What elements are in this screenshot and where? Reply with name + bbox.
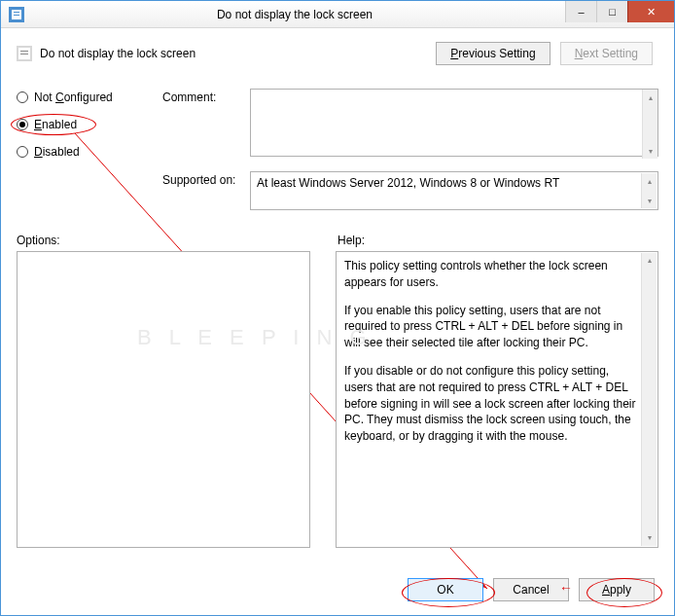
next-setting-button[interactable]: Next Setting: [560, 42, 653, 65]
supported-label: Supported on:: [162, 171, 250, 210]
app-icon: [9, 7, 24, 22]
svg-rect-9: [20, 54, 28, 54]
help-label: Help:: [338, 234, 658, 247]
comment-scrollbar[interactable]: ▴▾: [642, 90, 657, 159]
help-paragraph: This policy setting controls whether the…: [344, 258, 638, 291]
help-paragraph: If you enable this policy setting, users…: [344, 303, 638, 351]
window-title: Do not display the lock screen: [24, 8, 565, 21]
help-pane: This policy setting controls whether the…: [336, 251, 658, 548]
radio-disabled[interactable]: Disabled: [17, 145, 162, 159]
state-radios: Not Configured Enabled Disabled: [17, 89, 162, 222]
radio-enabled[interactable]: Enabled: [17, 118, 162, 131]
radio-not-configured[interactable]: Not Configured: [17, 91, 162, 104]
help-scrollbar[interactable]: ▴▾: [641, 253, 657, 546]
comment-textarea[interactable]: [250, 89, 658, 157]
ok-button[interactable]: OK: [408, 578, 483, 601]
minimize-button[interactable]: –: [565, 1, 596, 22]
supported-scrollbar[interactable]: ▴▾: [641, 173, 657, 208]
maximize-button[interactable]: □: [596, 1, 627, 22]
supported-on-text: At least Windows Server 2012, Windows 8 …: [250, 171, 658, 210]
svg-rect-3: [14, 15, 19, 16]
comment-label: Comment:: [162, 89, 250, 160]
cancel-button[interactable]: Cancel: [493, 578, 569, 601]
svg-rect-2: [14, 12, 19, 13]
help-paragraph: If you disable or do not configure this …: [344, 363, 638, 445]
window-controls: – □ ✕: [565, 1, 674, 27]
options-label: Options:: [17, 234, 338, 247]
svg-rect-8: [20, 51, 28, 52]
titlebar: Do not display the lock screen – □ ✕: [1, 1, 674, 28]
close-button[interactable]: ✕: [627, 1, 674, 22]
options-pane: [17, 251, 310, 548]
policy-icon: [17, 46, 32, 61]
policy-editor-window: Do not display the lock screen – □ ✕ Do …: [0, 0, 675, 616]
apply-button[interactable]: Apply: [579, 578, 655, 601]
previous-setting-button[interactable]: Previous Setting: [436, 42, 550, 65]
policy-subtitle: Do not display the lock screen: [40, 47, 195, 60]
dialog-buttons: OK Cancel Apply: [408, 578, 655, 601]
